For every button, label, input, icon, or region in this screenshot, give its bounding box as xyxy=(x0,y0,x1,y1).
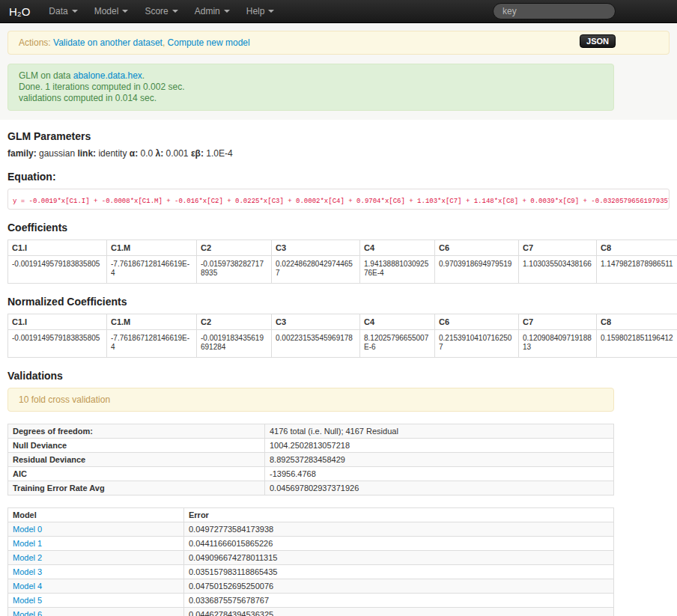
column-header: C2 xyxy=(197,314,272,330)
column-header: C1.M xyxy=(107,240,197,256)
model-link[interactable]: Model 2 xyxy=(13,553,42,562)
table-row: Model 20.049096674278011315 xyxy=(8,551,614,565)
cross-validation-note: 10 fold cross validation xyxy=(7,388,614,412)
menu-item-label: Admin xyxy=(195,6,220,16)
model-cell: Model 3 xyxy=(8,565,184,579)
coefficient-value: -0.01597382827178935 xyxy=(197,256,272,284)
coefficient-value: -0.0019183435619691284 xyxy=(197,330,272,358)
actions-bar: Actions: Validate on another dataset, Co… xyxy=(7,31,670,55)
table-row: Null Deviance1004.2502813057218 xyxy=(8,439,614,453)
coefficients-table-wrapper: C1.IC1.MC2C3C4C6C7C8-0.00191495791838358… xyxy=(7,240,677,284)
coefficient-value: 1.1479821878986511 xyxy=(597,256,677,284)
menu-item-score[interactable]: Score xyxy=(136,0,186,22)
model-link[interactable]: Model 3 xyxy=(13,567,42,576)
action-link[interactable]: Validate on another dataset xyxy=(53,37,163,48)
menu-item-help[interactable]: Help xyxy=(238,0,283,22)
coefficients-heading: Coefficients xyxy=(7,222,670,234)
coefficient-value: 0.21539104107162507 xyxy=(435,330,519,358)
param-label: εβ: xyxy=(189,148,207,159)
stat-label: Residual Deviance xyxy=(8,453,265,467)
coefficient-value: -0.0019149579183835805 xyxy=(8,256,107,284)
model-cell: Model 1 xyxy=(8,537,184,551)
validations-heading: Validations xyxy=(7,370,670,382)
caret-down-icon xyxy=(268,10,274,13)
table-row: Model 40.04750152695250076 xyxy=(8,579,614,594)
menu-item-data[interactable]: Data xyxy=(40,0,85,22)
stat-value: 4176 total (i.e. Null); 4167 Residual xyxy=(265,424,614,439)
model-link[interactable]: Model 5 xyxy=(13,596,42,605)
column-header: C1.M xyxy=(107,314,197,330)
json-button[interactable]: JSON xyxy=(580,34,616,48)
status-alert: GLM on data abalone.data.hex. Done. 1 it… xyxy=(7,64,614,111)
param-label: λ: xyxy=(153,148,166,159)
action-link[interactable]: Compute new model xyxy=(168,37,250,48)
column-header: Error xyxy=(184,508,614,522)
menu-item-admin[interactable]: Admin xyxy=(186,0,238,22)
main-content: GLM Parameters family: gaussian link: id… xyxy=(0,120,677,616)
column-header: C6 xyxy=(435,240,519,256)
model-link[interactable]: Model 1 xyxy=(13,539,42,548)
coefficient-value: 0.1598021851196412 xyxy=(597,330,677,358)
search-input[interactable] xyxy=(493,3,616,19)
menu-item-label: Score xyxy=(145,6,168,16)
param-label: family: xyxy=(7,148,39,159)
param-value: 0.0 xyxy=(140,148,153,159)
error-value: 0.049096674278011315 xyxy=(184,551,614,565)
column-header: C1.I xyxy=(8,240,107,256)
models-head: ModelError xyxy=(8,508,614,522)
caret-down-icon xyxy=(224,10,230,13)
main-menu: DataModelScoreAdminHelp xyxy=(40,0,282,22)
error-value: 0.04411666015865226 xyxy=(184,537,614,551)
error-value: 0.035157983118865435 xyxy=(184,565,614,579)
stats-body: Degrees of freedom:4176 total (i.e. Null… xyxy=(8,424,614,495)
model-link[interactable]: Model 4 xyxy=(13,582,42,591)
column-header: C3 xyxy=(272,314,360,330)
actions-label: Actions: xyxy=(19,37,53,48)
dataset-link[interactable]: abalone.data.hex xyxy=(73,70,142,81)
table-row: Model 00.04972773584173938 xyxy=(8,522,614,537)
search-form xyxy=(493,3,616,19)
models-body: Model 00.04972773584173938Model 10.04411… xyxy=(8,522,614,616)
coefficient-value: 0.9703918694979519 xyxy=(435,256,519,284)
table-row: Degrees of freedom:4176 total (i.e. Null… xyxy=(8,424,614,439)
status-line-3: validations computed in 0.014 sec. xyxy=(19,93,603,104)
stat-label: Degrees of freedom: xyxy=(8,424,265,439)
table-row: Residual Deviance8.892537283458429 xyxy=(8,453,614,467)
table-row: Model 30.035157983118865435 xyxy=(8,565,614,579)
stat-value: 1004.2502813057218 xyxy=(265,439,614,453)
param-value: gaussian xyxy=(39,148,75,159)
menu-item-model[interactable]: Model xyxy=(86,0,137,22)
status-line-1: GLM on data abalone.data.hex. xyxy=(19,70,603,82)
coefficient-value: -0.0019149579183835805 xyxy=(8,330,107,358)
column-header: C7 xyxy=(519,240,597,256)
column-header: C8 xyxy=(597,240,677,256)
table-row: AIC-13956.4768 xyxy=(8,467,614,481)
model-link[interactable]: Model 0 xyxy=(13,525,42,534)
error-value: 0.04750152695250076 xyxy=(184,579,614,594)
top-navbar: H₂O DataModelScoreAdminHelp xyxy=(0,0,677,23)
equation-text: y = -0.0019*x[C1.I] + -0.0008*x[C1.M] + … xyxy=(13,198,670,205)
equation-box: y = -0.0019*x[C1.I] + -0.0008*x[C1.M] + … xyxy=(7,189,670,210)
normalized-table-wrapper: C1.IC1.MC2C3C4C6C7C8-0.00191495791838358… xyxy=(7,314,677,358)
app-logo[interactable]: H₂O xyxy=(6,5,40,18)
param-value: identity xyxy=(98,148,127,159)
model-cell: Model 0 xyxy=(8,522,184,537)
header-row: C1.IC1.MC2C3C4C6C7C8 xyxy=(8,314,677,330)
equation-heading: Equation: xyxy=(7,171,670,183)
error-value: 0.04972773584173938 xyxy=(184,522,614,537)
column-header: C3 xyxy=(272,240,360,256)
stat-value: 8.892537283458429 xyxy=(265,453,614,467)
table-row: Model 50.0336875575678767 xyxy=(8,594,614,608)
menu-item-label: Data xyxy=(49,6,67,16)
model-link[interactable]: Model 6 xyxy=(13,610,42,616)
param-label: link: xyxy=(75,148,98,159)
table-row: Model 10.04411666015865226 xyxy=(8,537,614,551)
coefficient-value: 8.12025796655007E-6 xyxy=(360,330,435,358)
model-cell: Model 2 xyxy=(8,551,184,565)
param-value: 1.0E-4 xyxy=(206,148,232,159)
menu-item-label: Help xyxy=(246,6,265,16)
coefficient-value: 0.00223153545969178 xyxy=(272,330,360,358)
stat-value: 0.045697802937371926 xyxy=(265,481,614,495)
stat-value: -13956.4768 xyxy=(265,467,614,481)
column-header: C8 xyxy=(597,314,677,330)
